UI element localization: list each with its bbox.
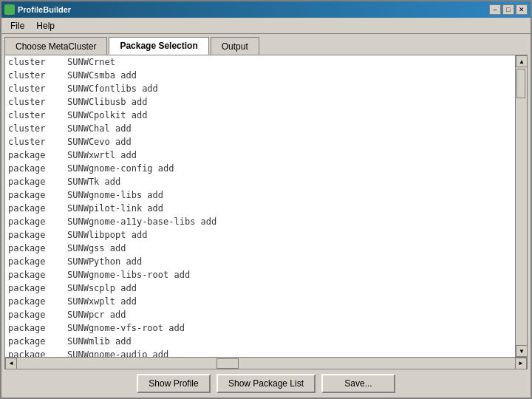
list-item: packageSUNWgnome-libs add (5, 188, 515, 202)
list-item: packageSUNWTk add (5, 175, 515, 188)
item-type: cluster (8, 123, 67, 134)
h-scroll-thumb[interactable] (216, 358, 239, 369)
list-item: packageSUNWgnome-libs-root add (5, 268, 515, 282)
minimize-button[interactable]: – (489, 4, 501, 15)
item-type: package (8, 322, 67, 334)
list-item: packageSUNWgnome-a11y-base-libs add (5, 215, 515, 228)
list-item: clusterSUNWCpolkit add (5, 109, 515, 122)
footer: Show Profile Show Package List Save... (1, 369, 531, 398)
tab-choose-metacluster[interactable]: Choose MetaCluster (4, 37, 107, 55)
list-item: packageSUNWgnome-audio add (5, 348, 515, 357)
tab-package-selection[interactable]: Package Selection (109, 37, 208, 55)
item-type: package (8, 176, 67, 188)
show-profile-button[interactable]: Show Profile (137, 374, 211, 393)
h-scroll-track (17, 358, 515, 369)
scroll-down-button[interactable]: ▼ (516, 345, 527, 357)
list-item: packageSUNWpilot-link add (5, 202, 515, 215)
scroll-right-button[interactable]: ► (515, 358, 527, 369)
item-type: cluster (8, 83, 67, 95)
vertical-scrollbar[interactable]: ▲ ▼ (515, 55, 527, 357)
package-list[interactable]: clusterSUNWCrnetclusterSUNWCsmba addclus… (5, 55, 515, 357)
item-name: SUNWCsmba add (67, 69, 137, 81)
scroll-up-button[interactable]: ▲ (516, 55, 527, 67)
item-name: SUNWCrnet (67, 56, 115, 68)
list-item: packageSUNWmlib add (5, 335, 515, 348)
save-button[interactable]: Save... (321, 374, 395, 393)
item-name: SUNWgnome-vfs-root add (67, 322, 185, 334)
item-type: cluster (8, 56, 67, 68)
tabs-bar: Choose MetaCluster Package Selection Out… (1, 34, 531, 55)
list-item: packageSUNWscplp add (5, 282, 515, 295)
list-item: packageSUNWlibpopt add (5, 228, 515, 242)
item-name: SUNWCpolkit add (67, 109, 147, 121)
list-item: packageSUNWgnome-vfs-root add (5, 321, 515, 335)
item-name: SUNWgnome-libs-root add (67, 269, 190, 281)
content-area: clusterSUNWCrnetclusterSUNWCsmba addclus… (4, 55, 528, 369)
list-item: clusterSUNWChal add (5, 122, 515, 135)
list-item: packageSUNWPython add (5, 255, 515, 268)
item-name: SUNWpilot-link add (67, 202, 163, 214)
item-name: SUNWxwrtl add (67, 149, 137, 161)
item-name: SUNWClibusb add (67, 96, 147, 108)
item-type: package (8, 242, 67, 254)
item-type: package (8, 202, 67, 214)
list-item: packageSUNWgnome-config add (5, 162, 515, 175)
item-name: SUNWgnome-config add (67, 163, 174, 174)
menu-help[interactable]: Help (30, 19, 61, 33)
item-type: package (8, 296, 67, 307)
item-name: SUNWCevo add (67, 136, 132, 148)
item-type: package (8, 309, 67, 321)
main-window: ProfileBuilder – □ ✕ File Help Choose Me… (0, 0, 532, 399)
item-type: cluster (8, 109, 67, 121)
item-name: SUNWlibpopt add (67, 229, 147, 241)
item-name: SUNWPython add (67, 256, 142, 267)
item-name: SUNWgnome-audio add (67, 349, 168, 357)
item-type: package (8, 163, 67, 174)
item-name: SUNWpcr add (67, 309, 126, 321)
list-item: packageSUNWgss add (5, 242, 515, 255)
maximize-button[interactable]: □ (502, 4, 514, 15)
app-icon (4, 4, 15, 15)
item-name: SUNWTk add (67, 176, 120, 188)
item-name: SUNWCfontlibs add (67, 83, 158, 95)
list-with-scroll: clusterSUNWCrnetclusterSUNWCsmba addclus… (5, 55, 527, 357)
item-type: cluster (8, 96, 67, 108)
list-item: clusterSUNWCfontlibs add (5, 82, 515, 95)
item-type: package (8, 269, 67, 281)
list-item: packageSUNWxwplt add (5, 295, 515, 308)
item-type: package (8, 229, 67, 241)
scroll-thumb[interactable] (516, 69, 525, 98)
item-name: SUNWxwplt add (67, 296, 137, 307)
item-type: package (8, 149, 67, 161)
close-button[interactable]: ✕ (516, 4, 528, 15)
window-title: ProfileBuilder (18, 5, 71, 14)
title-bar: ProfileBuilder – □ ✕ (1, 1, 531, 18)
list-item: packageSUNWxwrtl add (5, 149, 515, 162)
list-item: clusterSUNWCrnet (5, 55, 515, 69)
scroll-track (516, 67, 527, 345)
item-name: SUNWChal add (67, 123, 132, 134)
item-name: SUNWgnome-a11y-base-libs add (67, 216, 216, 228)
item-type: cluster (8, 69, 67, 81)
title-buttons: – □ ✕ (489, 4, 528, 15)
scroll-left-button[interactable]: ◄ (5, 358, 17, 369)
menu-bar: File Help (1, 18, 531, 34)
item-type: package (8, 216, 67, 228)
show-package-list-button[interactable]: Show Package List (216, 374, 316, 393)
item-type: package (8, 335, 67, 347)
list-item: clusterSUNWClibusb add (5, 95, 515, 109)
item-name: SUNWgss add (67, 242, 126, 254)
item-type: package (8, 256, 67, 267)
menu-file[interactable]: File (4, 19, 30, 33)
item-type: package (8, 282, 67, 294)
item-type: cluster (8, 136, 67, 148)
horizontal-scrollbar[interactable]: ◄ ► (5, 357, 527, 369)
list-item: clusterSUNWCevo add (5, 135, 515, 149)
tab-output[interactable]: Output (211, 37, 259, 55)
item-name: SUNWscplp add (67, 282, 137, 294)
list-item: clusterSUNWCsmba add (5, 69, 515, 82)
item-name: SUNWmlib add (67, 335, 132, 347)
list-item: packageSUNWpcr add (5, 308, 515, 321)
item-name: SUNWgnome-libs add (67, 189, 163, 201)
item-type: package (8, 189, 67, 201)
